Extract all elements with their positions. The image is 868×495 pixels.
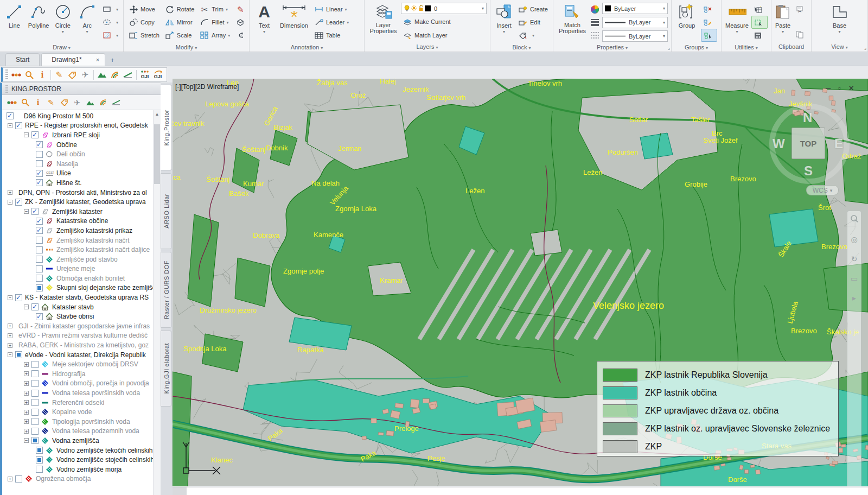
tree-item[interactable]: Stavbe obrisi — [2, 312, 153, 321]
measure-dropdown-arrow[interactable]: ▾ — [736, 29, 738, 34]
arc-dropdown-arrow[interactable]: ▾ — [86, 29, 88, 34]
visibility-checkbox[interactable] — [15, 122, 22, 129]
layer-dots-button[interactable] — [10, 69, 23, 81]
info-button[interactable]: i — [31, 97, 44, 109]
make-current-button[interactable]: Make Current — [401, 16, 487, 28]
visibility-checkbox[interactable] — [31, 437, 39, 444]
leader-button[interactable]: Leader▾ — [312, 16, 357, 29]
object-color-select[interactable]: ByLayer ▾ — [602, 3, 668, 14]
collapse-icon[interactable]: − — [24, 132, 29, 137]
expand-icon[interactable]: + — [8, 323, 12, 328]
modify-panel-expander[interactable]: Modify▾ — [124, 43, 249, 52]
collapse-icon[interactable]: − — [24, 304, 29, 309]
block-create-button[interactable]: Create — [516, 3, 550, 16]
tree-item[interactable]: Urejene meje — [2, 264, 153, 274]
linear-button[interactable]: Linear▾ — [312, 3, 357, 16]
base-dropdown-arrow[interactable]: ▾ — [838, 29, 840, 34]
view-panel-expander[interactable]: View▾ — [812, 43, 867, 52]
expand-icon[interactable]: + — [24, 400, 29, 405]
visibility-checkbox[interactable] — [31, 131, 39, 138]
tree-item[interactable]: Vodno zemljišče stoječih celinskih — [2, 455, 153, 465]
palette-title-bar[interactable]: KING.PROSTOR — [2, 83, 161, 95]
visibility-checkbox[interactable] — [7, 112, 14, 119]
visibility-checkbox[interactable] — [36, 246, 43, 253]
collapse-icon[interactable]: − — [8, 295, 12, 300]
insert-dropdown-arrow[interactable]: ▾ — [503, 29, 505, 34]
tree-item[interactable]: +Kopalne vode — [2, 407, 153, 417]
palette-tab-king-prostor[interactable]: King.Prostor — [161, 85, 172, 170]
viewcube-north[interactable]: N — [803, 110, 812, 125]
visibility-checkbox[interactable] — [36, 265, 43, 272]
rectangle-button[interactable]: ▾ — [100, 3, 120, 16]
fillet-button[interactable]: Fillet▾ — [198, 16, 232, 29]
tree-item[interactable]: Zemljiško katastrski načrt — [2, 236, 153, 245]
tree-item[interactable]: +RABA, GERK - Ministrstvo za kmetijstvo,… — [2, 340, 153, 350]
layer-dots-button[interactable] — [5, 97, 18, 109]
expand-icon[interactable]: + — [24, 410, 29, 415]
visibility-checkbox[interactable] — [15, 294, 22, 301]
visibility-checkbox[interactable] — [36, 284, 43, 291]
new-tab-button[interactable]: + — [107, 55, 118, 66]
groups-panel-expander[interactable]: Groups▾ — [672, 43, 721, 52]
linetype-arrow[interactable]: ▾ — [660, 34, 665, 39]
collapse-icon[interactable]: − — [24, 438, 29, 443]
clipboard-panel-expander[interactable]: Clipboard — [771, 43, 811, 52]
tree-item[interactable]: Območja enakih bonitet — [2, 274, 153, 283]
tree-item[interactable]: −Zemljiški kataster — [2, 207, 153, 217]
visibility-checkbox[interactable] — [31, 390, 39, 397]
expand-icon[interactable]: + — [8, 477, 12, 481]
tree-item[interactable]: Zemljiško katastrski prikaz — [2, 226, 153, 236]
offset-button[interactable] — [234, 29, 249, 42]
visibility-checkbox[interactable] — [15, 351, 22, 358]
toolbar-grip[interactable] — [5, 69, 8, 80]
lineweight-select[interactable]: ByLayer ▾ — [602, 17, 668, 28]
tree-item[interactable]: +Referenčni odseki — [2, 398, 153, 408]
array-button[interactable]: Array▾ — [198, 29, 232, 42]
visibility-checkbox[interactable] — [31, 303, 39, 310]
nav-showmotion-icon[interactable]: ▸ — [852, 294, 856, 302]
visibility-checkbox[interactable] — [36, 256, 43, 263]
text-dropdown-arrow[interactable]: ▾ — [263, 29, 265, 34]
linetype-select[interactable]: ByLayer ▾ — [602, 30, 668, 42]
expand-icon[interactable]: + — [24, 381, 29, 386]
tab-close-icon[interactable]: × — [96, 56, 99, 63]
visibility-checkbox[interactable] — [36, 141, 43, 148]
trim-button[interactable]: ✂ Trim▾ — [198, 3, 232, 16]
tree-scrollbar[interactable]: ▲ — [153, 110, 161, 495]
tree-item[interactable]: −KS - Kataster stavb, Geodetska uprava R… — [2, 293, 153, 302]
edit-pencil-button[interactable]: ✎ — [53, 69, 66, 81]
drawing-viewport[interactable]: LepŽabja vasHalejJezernikSotlarjev vrhTi… — [173, 79, 868, 486]
group-button[interactable]: Group — [674, 1, 700, 43]
tree-item[interactable]: +Hidrografija — [2, 369, 153, 379]
viewport-controls-label[interactable]: [-][Top][2D Wireframe] — [175, 83, 239, 91]
viewcube-east[interactable]: E — [834, 136, 843, 151]
tree-item[interactable]: −Kataster stavb — [2, 302, 153, 312]
nav-zoom-icon[interactable]: ◎ — [851, 235, 857, 244]
palette-grip[interactable] — [5, 85, 8, 93]
search-button[interactable] — [18, 97, 31, 109]
visibility-checkbox[interactable] — [36, 237, 43, 244]
viewcube-south[interactable]: S — [804, 163, 813, 179]
ungroup-button[interactable] — [701, 3, 717, 16]
rotate-button[interactable]: Rotate — [163, 3, 196, 16]
navigation-bar[interactable]: ◎ ↻ ▭ ▸ — [847, 211, 861, 486]
tree-item[interactable]: +Meje sektorjev območij DRSV — [2, 359, 153, 369]
quick-calc-button[interactable] — [751, 29, 768, 42]
search-button[interactable] — [23, 69, 36, 81]
info-button[interactable]: i — [36, 69, 49, 81]
tree-item[interactable]: +Ogrožena območja — [2, 474, 153, 484]
tree-item[interactable]: Vodno zemljišče morja — [2, 465, 153, 474]
text-button[interactable]: A Text ▾ — [252, 1, 277, 43]
layer-select-arrow[interactable]: ▾ — [478, 6, 484, 11]
mirror-button[interactable]: Mirror — [163, 16, 196, 29]
tree-item[interactable]: Deli občin — [2, 149, 153, 159]
tree-item[interactable]: −Izbrani RPE sloji — [2, 130, 153, 140]
signal-button[interactable] — [97, 97, 110, 109]
cut-button[interactable]: ✂ — [793, 3, 808, 16]
visibility-checkbox[interactable] — [31, 409, 39, 416]
move-button[interactable]: Move — [127, 3, 161, 16]
expand-icon[interactable]: + — [8, 333, 12, 338]
annotation-panel-expander[interactable]: Annotation▾ — [250, 43, 364, 52]
tree-item[interactable]: +Vodna telesa površinskih voda — [2, 388, 153, 398]
visibility-checkbox[interactable] — [15, 199, 22, 206]
